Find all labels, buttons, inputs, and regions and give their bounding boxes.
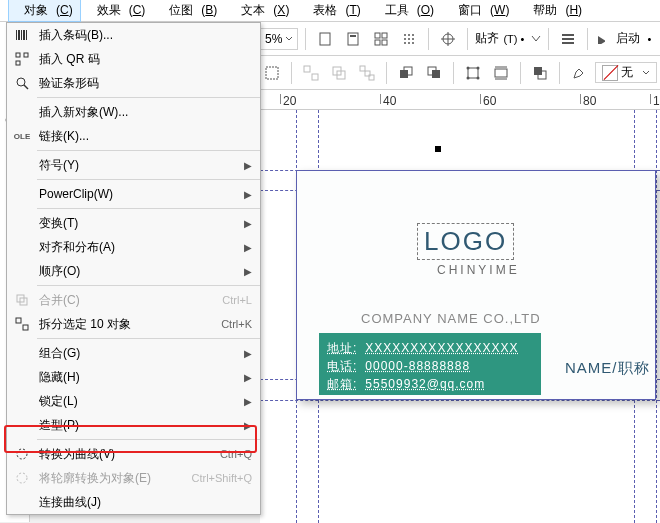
to-front-icon[interactable]	[394, 61, 418, 85]
halftone-icon[interactable]	[397, 27, 421, 51]
svg-rect-22	[375, 33, 380, 38]
menu-object[interactable]: 对象(C)	[8, 0, 81, 22]
qr-icon	[13, 50, 31, 68]
menu-convert-to-curves[interactable]: 转换为曲线(V)Ctrl+Q	[7, 442, 260, 466]
outline-convert-icon[interactable]	[461, 61, 485, 85]
svg-rect-23	[382, 33, 387, 38]
menu-join-curves[interactable]: 连接曲线(J)	[7, 490, 260, 514]
menu-hide[interactable]: 隐藏(H)▶	[7, 365, 260, 389]
pen-icon[interactable]	[567, 61, 591, 85]
svg-point-31	[412, 38, 414, 40]
doc-icon[interactable]	[313, 27, 337, 51]
svg-rect-69	[24, 53, 28, 57]
svg-rect-53	[468, 68, 478, 78]
svg-point-78	[17, 473, 27, 483]
menu-transform[interactable]: 变换(T)▶	[7, 211, 260, 235]
addr-label: 地址:	[327, 339, 357, 357]
svg-rect-68	[16, 53, 20, 57]
mail-value: 55509932@qq.com	[365, 375, 485, 393]
svg-point-77	[17, 449, 27, 459]
svg-rect-39	[562, 38, 574, 40]
canvas[interactable]: LOGO CHINYIME COMPANY NAME CO.,LTD 地址:XX…	[260, 90, 660, 523]
svg-point-57	[477, 76, 480, 79]
menu-powerclip[interactable]: PowerClip(W)▶	[7, 182, 260, 206]
svg-rect-67	[26, 30, 27, 40]
svg-rect-38	[562, 34, 574, 36]
logo-text[interactable]: LOGO	[417, 223, 514, 260]
menu-symbol[interactable]: 符号(Y)▶	[7, 153, 260, 177]
svg-rect-20	[348, 33, 358, 45]
mail-label: 邮箱:	[327, 375, 357, 393]
svg-rect-75	[16, 318, 21, 323]
menubar: 对象(C) 效果(C) 位图(B) 文本(X) 表格(T) 工具(O) 窗口(W…	[0, 0, 660, 22]
snap-dropdown[interactable]: 贴齐(T) •	[475, 30, 541, 47]
menu-text[interactable]: 文本(X)	[225, 0, 297, 22]
menu-effects[interactable]: 效果(C)	[81, 0, 154, 22]
menu-bitmap[interactable]: 位图(B)	[153, 0, 225, 22]
launch-dropdown[interactable]: 启动 •	[595, 30, 651, 47]
to-back-icon[interactable]	[422, 61, 446, 85]
svg-point-26	[404, 34, 406, 36]
svg-rect-65	[21, 30, 22, 40]
menu-modeling[interactable]: 造型(P)▶	[7, 413, 260, 437]
menu-insert-barcode[interactable]: 插入条码(B)...	[7, 23, 260, 47]
menu-break-apart[interactable]: 拆分选定 10 对象Ctrl+K	[7, 312, 260, 336]
fill-dropdown[interactable]: 无	[595, 62, 657, 83]
contact-box[interactable]: 地址:XXXXXXXXXXXXXXXXX 电话:00000-88888888 邮…	[319, 333, 541, 395]
chinyime-text[interactable]: CHINYIME	[437, 263, 520, 277]
svg-rect-58	[495, 69, 507, 77]
svg-point-29	[404, 38, 406, 40]
svg-rect-42	[304, 66, 310, 72]
barcode-icon	[13, 26, 31, 44]
rect-select-icon[interactable]	[260, 61, 284, 85]
menu-tools[interactable]: 工具(O)	[369, 0, 442, 22]
grid-icon[interactable]	[369, 27, 393, 51]
ungroup-all-icon[interactable]	[355, 61, 379, 85]
object-menu-dropdown: 插入条码(B)... 插入 QR 码 验证条形码 插入新对象(W)... OLE…	[6, 22, 261, 515]
menu-group[interactable]: 组合(G)▶	[7, 341, 260, 365]
name-job-text[interactable]: NAME/职称	[565, 359, 650, 378]
svg-point-30	[408, 38, 410, 40]
menu-link[interactable]: OLE链接(K)...	[7, 124, 260, 148]
wrap-icon[interactable]	[489, 61, 513, 85]
page-icon[interactable]	[341, 27, 365, 51]
menu-order[interactable]: 顺序(O)▶	[7, 259, 260, 283]
group-icon[interactable]	[327, 61, 351, 85]
ungroup-icon[interactable]	[299, 61, 323, 85]
svg-rect-21	[350, 35, 356, 37]
menu-lock[interactable]: 锁定(L)▶	[7, 389, 260, 413]
ruler-tick: 80	[580, 94, 596, 104]
svg-rect-24	[375, 40, 380, 45]
svg-rect-19	[320, 33, 330, 45]
no-fill-icon	[602, 65, 618, 81]
company-text[interactable]: COMPANY NAME CO.,LTD	[361, 311, 541, 326]
svg-rect-70	[16, 61, 20, 65]
options-icon[interactable]	[556, 27, 580, 51]
horizontal-ruler: 20 40 60 80 100	[260, 90, 660, 110]
menu-convert-outline: 将轮廓转换为对象(E)Ctrl+Shift+Q	[7, 466, 260, 490]
svg-rect-25	[382, 40, 387, 45]
svg-point-34	[412, 42, 414, 44]
target-icon[interactable]	[436, 27, 460, 51]
ruler-tick: 60	[480, 94, 496, 104]
svg-rect-43	[312, 74, 318, 80]
menu-align-distribute[interactable]: 对齐和分布(A)▶	[7, 235, 260, 259]
menu-validate-barcode[interactable]: 验证条形码	[7, 71, 260, 95]
selection-handle[interactable]	[435, 146, 441, 152]
svg-point-71	[17, 78, 25, 86]
overlap-icon[interactable]	[528, 61, 552, 85]
zoom-field[interactable]: 5%	[260, 28, 298, 50]
business-card[interactable]: LOGO CHINYIME COMPANY NAME CO.,LTD 地址:XX…	[296, 170, 656, 400]
convert-outline-icon	[13, 469, 31, 487]
menu-insert-new-object[interactable]: 插入新对象(W)...	[7, 100, 260, 124]
menu-help[interactable]: 帮助(H)	[517, 0, 590, 22]
ruler-tick: 40	[380, 94, 396, 104]
tel-label: 电话:	[327, 357, 357, 375]
menu-insert-qr[interactable]: 插入 QR 码	[7, 47, 260, 71]
menu-table[interactable]: 表格(T)	[297, 0, 368, 22]
validate-icon	[13, 74, 31, 92]
ruler-tick: 100	[650, 94, 660, 104]
guide-horizontal[interactable]	[260, 400, 660, 401]
menu-window[interactable]: 窗口(W)	[442, 0, 517, 22]
guide-vertical[interactable]	[656, 90, 657, 523]
